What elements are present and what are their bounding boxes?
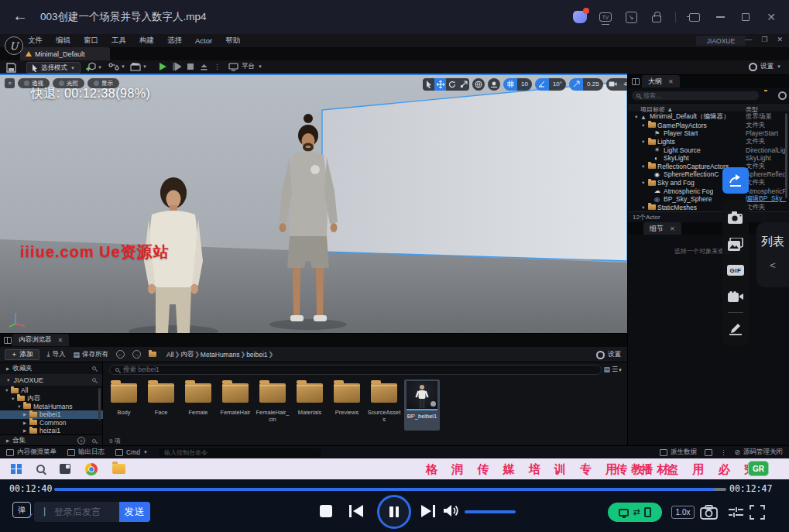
snapshot-button[interactable] [700,505,718,520]
mini-window-icon[interactable]: ↘ [624,10,638,24]
outliner-row[interactable]: Light Source DirectionalLig [628,146,789,154]
pause-button[interactable] [377,495,411,529]
start-button-icon[interactable] [11,464,22,475]
search-icon[interactable] [92,439,96,443]
close-icon[interactable]: ✕ [668,78,674,85]
folder-tile[interactable]: Previews [328,379,365,431]
asset-tile-selected[interactable]: BP_beibei1 [404,379,440,431]
expander-icon[interactable] [641,180,647,185]
outliner-row[interactable]: GamePlayActors 文件夹 [628,122,789,130]
menu-item[interactable]: Actor [195,36,212,45]
back-icon[interactable]: ← [12,7,28,25]
tree-folder-row[interactable]: All [0,386,103,394]
lock-icon[interactable] [650,10,664,24]
cinematics-button[interactable]: ▼ [130,62,147,71]
ue-minimize-icon[interactable]: — [745,36,752,43]
taskbar-app-icon[interactable] [60,464,70,474]
blueprints-button[interactable]: ▼ [108,62,125,71]
expander-icon[interactable] [5,388,11,393]
tree-folder-row[interactable]: MetaHumans [0,403,103,410]
forward-history-icon[interactable]: → [132,350,141,359]
console-input[interactable]: 输入控制台命令 [159,448,321,457]
danmaku-toggle[interactable]: 弹 ✓ [12,502,31,518]
select-tool-icon[interactable] [423,78,434,91]
menu-item[interactable]: 工具 [111,36,126,46]
add-button[interactable]: ＋添加 [5,349,39,360]
close-button[interactable]: ✕ [764,10,778,24]
menu-item[interactable]: 帮助 [225,36,240,46]
platforms-button[interactable]: 平台 ▼ [228,62,262,71]
expander-icon[interactable] [641,123,647,128]
add-collection-icon[interactable]: + [77,437,85,444]
save-all-icon[interactable] [6,63,16,73]
network-icon[interactable] [705,449,712,456]
progress-bar[interactable] [54,488,726,491]
outliner-scrollbar[interactable] [785,113,787,198]
collections-row[interactable]: ▶ 合集 + [0,434,102,446]
tree-folder-row[interactable]: Common [0,419,103,427]
camera-speed-control[interactable]: 4 [606,78,627,91]
gif-record-icon[interactable]: GIF [722,257,749,283]
folder-tile[interactable]: SourceAssets [365,379,403,431]
rotate-tool-icon[interactable] [446,78,458,91]
tree-folder-row[interactable]: 内容 [0,394,103,402]
tab-content-browser[interactable]: 内容浏览器 ✕ [12,334,69,346]
more-options-icon[interactable]: ⋮ [214,63,221,70]
surface-snap-icon[interactable] [488,78,500,91]
folder-tile[interactable]: Body [105,379,142,431]
folder-tile[interactable]: Materials [291,379,328,431]
output-log-button[interactable]: 输出日志 [67,448,105,457]
outliner-row[interactable]: StaticMeshes 文件夹 [628,204,789,212]
stop-button[interactable] [320,505,332,517]
fullscreen-button[interactable] [750,505,765,520]
eject-icon[interactable] [200,63,208,71]
world-space-icon[interactable] [472,78,485,91]
outliner-row[interactable]: Sky and Fog 文件夹 [628,179,789,187]
scale-tool-icon[interactable] [458,78,469,91]
outliner-row[interactable]: ReflectionCaptureActors 文件夹 [628,163,789,171]
asset-search-input[interactable]: 搜索 beibei1 [109,365,602,375]
file-explorer-icon[interactable] [112,464,125,474]
image-capture-icon[interactable] [722,231,749,257]
settings-sliders-button[interactable] [728,505,744,520]
more-options-icon[interactable]: ⋮ [720,448,727,456]
breadcrumb-item[interactable]: 内容 [180,350,194,359]
expander-icon[interactable] [641,164,647,169]
viewport-settings-button[interactable]: 设置 ▼ [749,62,781,71]
viewport-3d[interactable]: ≡ 透视光照显示 快退: 00:12:38(98%) 10 10° [0,75,627,333]
outliner-row[interactable]: Lights 文件夹 [628,138,789,146]
outliner-settings-icon[interactable] [778,91,787,100]
level-tab[interactable]: Minimal_Default [20,47,110,60]
maximize-button[interactable] [739,10,753,24]
breadcrumb-item[interactable]: beibei1 [246,351,267,359]
rotation-snap-control[interactable]: 10° [535,78,566,91]
favorites-row[interactable]: ▶ 收藏夹 [0,362,102,374]
breadcrumb-item[interactable]: MetaHumans [201,351,240,359]
save-filter-icon[interactable]: ▤ [603,366,610,373]
menu-item[interactable]: 编辑 [56,36,70,46]
folder-tile[interactable]: FemaleHair [217,379,254,431]
annotate-pen-icon[interactable] [722,315,749,342]
tree-scrollbar[interactable] [98,388,101,420]
derived-data-button[interactable]: 派生数据 [660,448,697,457]
share-button[interactable] [722,167,749,194]
menu-item[interactable]: 窗口 [84,36,98,46]
volume-slider[interactable] [465,510,516,513]
previous-button[interactable] [348,504,364,518]
content-drawer-button[interactable]: 内容侧滑菜单 [6,448,57,457]
stop-icon[interactable] [187,63,194,70]
folder-tile[interactable]: Female [180,379,217,431]
cast-device-button[interactable]: ⇄ [608,503,662,522]
ue-restore-icon[interactable]: ❐ [761,36,767,43]
close-icon[interactable]: ✕ [670,225,675,232]
view-options-icon[interactable]: ☰▼ [612,366,623,373]
chat-input[interactable]: 丨 登录后发言 [34,502,119,522]
next-button[interactable] [420,504,436,518]
expander-icon[interactable] [641,205,647,210]
outliner-search-input[interactable]: 搜索... [631,91,760,101]
save-all-button[interactable]: ▤保存所有 [73,350,108,359]
select-mode-button[interactable]: 选择模式 ▼ [26,62,81,74]
volume-icon[interactable] [443,503,460,518]
tab-outliner[interactable]: 大纲 ✕ [642,75,680,88]
move-tool-icon[interactable] [434,78,446,91]
